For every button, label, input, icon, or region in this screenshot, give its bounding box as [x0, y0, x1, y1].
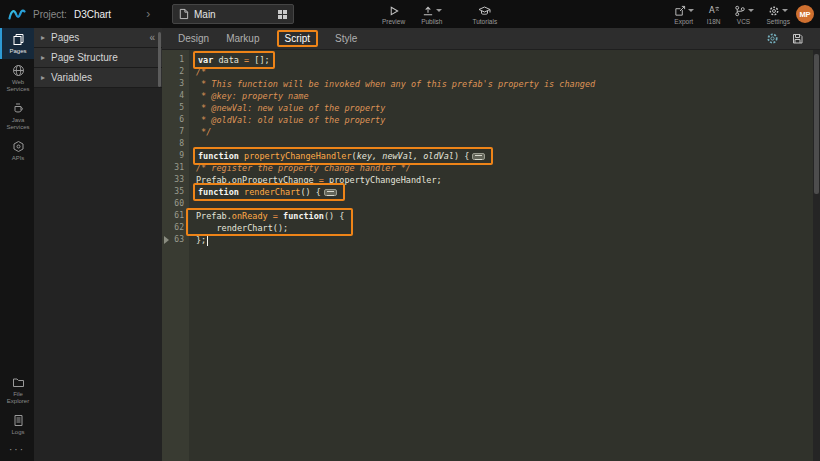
- publish-icon: [422, 5, 434, 17]
- editor-scrollbar[interactable]: [813, 50, 820, 461]
- export-button[interactable]: Export: [674, 0, 694, 28]
- tab-markup[interactable]: Markup: [226, 33, 259, 44]
- panel-scrollbar-thumb[interactable]: [158, 32, 161, 87]
- sidebar-item-label: APIs: [12, 155, 25, 162]
- code-line[interactable]: 62 renderChart();: [162, 222, 820, 234]
- line-number[interactable]: 3: [162, 78, 189, 90]
- tab-design[interactable]: Design: [178, 33, 209, 44]
- top-bar: Project: D3Chart › Main: [0, 0, 820, 28]
- chevron-right-icon: ▸: [41, 53, 45, 62]
- save-icon[interactable]: [791, 32, 804, 45]
- code-text[interactable]: */: [189, 126, 211, 138]
- line-number[interactable]: 9: [162, 150, 189, 162]
- sidebar-item-apis[interactable]: APIs: [0, 135, 34, 166]
- settings-button[interactable]: Settings: [767, 0, 791, 28]
- panel-section-pages[interactable]: ▸ Pages «: [34, 28, 162, 48]
- code-text[interactable]: };: [189, 234, 208, 246]
- panel-section-label: Page Structure: [51, 52, 118, 63]
- chevron-down-icon: [782, 9, 788, 12]
- code-text[interactable]: renderChart();: [189, 222, 288, 234]
- line-number[interactable]: 4: [162, 90, 189, 102]
- line-number[interactable]: 5: [162, 102, 189, 114]
- panel-section-label: Pages: [51, 32, 79, 43]
- layout-grid-icon[interactable]: [277, 9, 288, 20]
- sidebar-item-pages[interactable]: Pages: [0, 28, 34, 59]
- code-text[interactable]: * @newVal: new value of the property: [189, 102, 385, 114]
- sidebar-item-web-services[interactable]: Web Services: [0, 59, 34, 97]
- sidebar-item-file-explorer[interactable]: File Explorer: [0, 371, 34, 409]
- tab-script[interactable]: Script: [277, 30, 319, 47]
- code-text[interactable]: var data = [];: [189, 53, 275, 67]
- code-line[interactable]: 3 * This function will be invoked when a…: [162, 78, 820, 90]
- code-text[interactable]: * @oldVal: old value of the property: [189, 114, 385, 126]
- code-text[interactable]: function propertyChangeHandler(key, newV…: [189, 149, 493, 163]
- panel-section-page-structure[interactable]: ▸ Page Structure: [34, 48, 162, 68]
- code-editor[interactable]: 1var data = [];2/*3 * This function will…: [162, 50, 820, 461]
- line-number[interactable]: 62: [162, 222, 189, 234]
- line-number[interactable]: 33: [162, 174, 189, 186]
- code-text[interactable]: function renderChart() {: [189, 185, 345, 199]
- editor-scrollbar-thumb[interactable]: [814, 54, 819, 194]
- code-line[interactable]: 5 * @newVal: new value of the property: [162, 102, 820, 114]
- pages-panel: ▸ Pages « ▸ Page Structure ▸ Variables: [34, 28, 162, 461]
- code-line[interactable]: 4 * @key: property name: [162, 90, 820, 102]
- pages-icon: [12, 33, 25, 46]
- code-text[interactable]: * This function will be invoked when any…: [189, 78, 595, 90]
- i18n-button[interactable]: A I18N: [707, 0, 721, 28]
- preview-button[interactable]: Preview: [382, 0, 405, 28]
- hexagon-api-icon: [12, 140, 25, 153]
- code-line[interactable]: 7 */: [162, 126, 820, 138]
- i18n-label: I18N: [707, 18, 721, 25]
- line-number[interactable]: 61: [162, 210, 189, 222]
- folder-icon: [12, 376, 25, 389]
- wavemaker-logo-icon[interactable]: [8, 5, 26, 23]
- vcs-label: VCS: [737, 18, 750, 25]
- line-number[interactable]: 31: [162, 162, 189, 174]
- line-number[interactable]: 8: [162, 138, 189, 150]
- code-lines: 1var data = [];2/*3 * This function will…: [162, 50, 820, 246]
- line-number[interactable]: 1: [162, 54, 189, 66]
- line-number[interactable]: 60: [162, 198, 189, 210]
- code-line[interactable]: 35function renderChart() {: [162, 186, 820, 198]
- left-sidebar: Pages Web Services Java Services: [0, 28, 34, 461]
- editor-region: Design Markup Script Style: [162, 28, 820, 461]
- sidebar-item-label: Pages: [9, 48, 26, 55]
- tab-style[interactable]: Style: [335, 33, 357, 44]
- sidebar-more-button[interactable]: ···: [0, 440, 34, 461]
- publish-button[interactable]: Publish: [421, 0, 442, 28]
- code-line[interactable]: 9function propertyChangeHandler(key, new…: [162, 150, 820, 162]
- code-line[interactable]: 1var data = [];: [162, 54, 820, 66]
- panel-section-variables[interactable]: ▸ Variables: [34, 68, 162, 88]
- page-tab-main[interactable]: Main: [172, 4, 294, 24]
- vcs-button[interactable]: VCS: [734, 0, 754, 28]
- project-name: D3Chart: [74, 9, 111, 20]
- tutorials-button[interactable]: Tutorials: [472, 0, 497, 28]
- sidebar-item-label: Java Services: [3, 117, 33, 131]
- editor-settings-gear-icon[interactable]: [766, 32, 779, 45]
- line-number[interactable]: 63: [162, 234, 189, 246]
- page-icon: [178, 8, 189, 20]
- code-line[interactable]: 61Prefab.onReady = function() {: [162, 210, 820, 222]
- code-text[interactable]: * @key: property name: [189, 90, 309, 102]
- sidebar-item-logs[interactable]: Logs: [0, 409, 34, 440]
- collapse-panel-icon[interactable]: «: [149, 32, 155, 43]
- line-number[interactable]: 2: [162, 66, 189, 78]
- play-icon: [388, 5, 400, 17]
- coffee-cup-icon: [12, 102, 25, 115]
- user-avatar[interactable]: MP: [796, 5, 814, 23]
- editor-tab-bar: Design Markup Script Style: [162, 28, 820, 50]
- tutorials-icon: [478, 5, 491, 17]
- code-line[interactable]: 6 * @oldVal: old value of the property: [162, 114, 820, 126]
- line-number[interactable]: 35: [162, 186, 189, 198]
- line-number[interactable]: 7: [162, 126, 189, 138]
- project-label: Project:: [33, 9, 67, 20]
- code-fold-icon[interactable]: [324, 189, 337, 196]
- publish-label: Publish: [421, 18, 442, 25]
- code-fold-icon[interactable]: [472, 153, 485, 160]
- line-number[interactable]: 6: [162, 114, 189, 126]
- code-text[interactable]: Prefab.onReady = function() {: [189, 210, 344, 222]
- chevron-down-icon: [688, 9, 694, 12]
- sidebar-item-java-services[interactable]: Java Services: [0, 97, 34, 135]
- code-line[interactable]: 63};: [162, 234, 820, 246]
- svg-text:A: A: [709, 5, 715, 15]
